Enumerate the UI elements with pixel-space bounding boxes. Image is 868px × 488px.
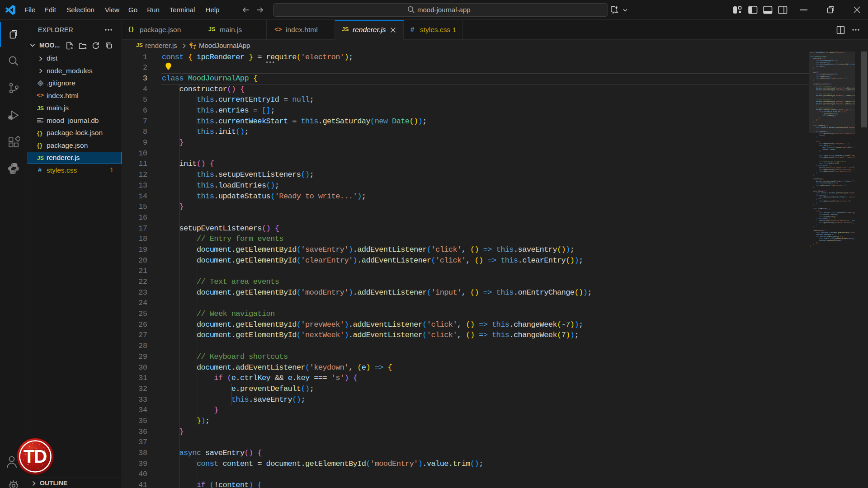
svg-text:TD: TD [24, 446, 47, 467]
